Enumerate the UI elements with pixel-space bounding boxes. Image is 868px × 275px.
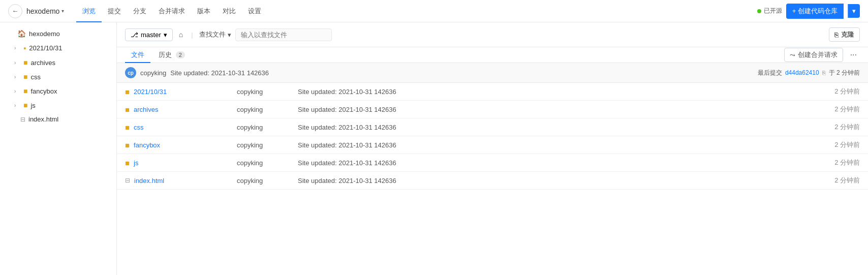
tab-history[interactable]: 历史 2 <box>152 47 191 63</box>
history-badge: 2 <box>176 51 185 58</box>
sidebar-label: js <box>30 102 35 109</box>
file-message: Site updated: 2021-10-31 142636 <box>290 83 714 101</box>
file-author: copyking <box>229 118 290 136</box>
tab-merge-requests[interactable]: 合并请求 <box>152 0 191 22</box>
sidebar-label: fancybox <box>30 87 57 95</box>
file-time: 2 分钟前 <box>714 118 868 136</box>
sidebar-label: css <box>30 73 41 81</box>
folder-icon: ■ <box>23 101 27 109</box>
file-name-cell[interactable]: ■ js <box>125 159 221 167</box>
file-table: ■ 2021/10/31 copyking Site updated: 2021… <box>117 83 868 190</box>
table-row: ■ css copyking Site updated: 2021-10-31 … <box>117 118 868 136</box>
file-name-cell[interactable]: ⊟ index.html <box>125 177 221 185</box>
folder-icon: ▪ <box>23 44 26 52</box>
file-message: Site updated: 2021-10-31 142636 <box>290 101 714 118</box>
sidebar-item-css[interactable]: › ■ css <box>0 70 116 84</box>
file-time: 2 分钟前 <box>714 83 868 101</box>
tab-compare[interactable]: 对比 <box>216 0 242 22</box>
home-icon: 🏠 <box>17 29 26 38</box>
folder-icon: ■ <box>125 141 130 149</box>
chevron-down-icon: ▾ <box>228 31 231 39</box>
tab-files-label: 文件 <box>131 51 144 58</box>
commit-hash-link[interactable]: d44da62410 <box>785 69 819 76</box>
file-icon: ⊟ <box>125 177 130 184</box>
last-commit-label: 最后提交 <box>758 69 782 77</box>
top-nav: ← hexodemo ▾ 浏览 提交 分支 合并请求 版本 对比 设置 已开源 … <box>0 0 868 22</box>
table-row: ■ archives copyking Site updated: 2021-1… <box>117 101 868 118</box>
repo-name[interactable]: hexodemo ▾ <box>26 7 64 15</box>
folder-icon: ■ <box>23 87 27 95</box>
create-repo-arrow-button[interactable]: ▾ <box>848 4 860 18</box>
clone-label: 克隆 <box>841 30 854 39</box>
merge-icon: ⤳ <box>790 51 795 59</box>
sidebar-label: index.html <box>28 115 58 123</box>
sidebar-item-fancybox[interactable]: › ■ fancybox <box>0 84 116 98</box>
table-row: ⊟ index.html copyking Site updated: 2021… <box>117 172 868 190</box>
tab-browse[interactable]: 浏览 <box>76 0 102 22</box>
table-row: ■ js copyking Site updated: 2021-10-31 1… <box>117 154 868 172</box>
chevron-icon: › <box>14 45 20 51</box>
create-repo-button[interactable]: + 创建代码仓库 <box>786 4 844 19</box>
tab-releases[interactable]: 版本 <box>191 0 216 22</box>
folder-icon: ■ <box>125 159 130 167</box>
clone-button[interactable]: ⎘ 克隆 <box>829 27 860 42</box>
file-name: index.html <box>134 177 164 185</box>
file-icon: ⊟ <box>20 116 25 123</box>
open-source-badge: 已开源 <box>757 7 782 15</box>
file-name-cell[interactable]: ■ archives <box>125 105 221 114</box>
folder-icon: ■ <box>125 105 130 114</box>
branch-icon: ⎇ <box>131 31 138 39</box>
sidebar-item-index[interactable]: ⊟ index.html <box>0 112 116 126</box>
sidebar-item-js[interactable]: › ■ js <box>0 98 116 112</box>
branch-label: master <box>141 31 161 39</box>
file-author: copyking <box>229 83 290 101</box>
file-actions: ⤳ 创建合并请求 ··· <box>784 48 860 62</box>
file-name-cell[interactable]: ■ css <box>125 123 221 132</box>
nav-right: 已开源 + 创建代码仓库 ▾ <box>757 4 860 19</box>
create-merge-request-button[interactable]: ⤳ 创建合并请求 <box>784 48 843 62</box>
folder-icon: ■ <box>125 123 130 132</box>
file-name: 2021/10/31 <box>134 88 167 96</box>
sidebar-label: archives <box>30 59 55 67</box>
file-name-cell[interactable]: ■ fancybox <box>125 141 221 149</box>
copy-hash-icon[interactable]: ⎘ <box>822 70 826 76</box>
home-button[interactable]: ⌂ <box>177 28 185 41</box>
table-row: ■ fancybox copyking Site updated: 2021-1… <box>117 136 868 154</box>
status-text: 已开源 <box>764 7 782 15</box>
sidebar-item-archives[interactable]: › ■ archives <box>0 55 116 70</box>
back-button[interactable]: ← <box>8 4 22 18</box>
repo-chevron-icon: ▾ <box>61 8 64 14</box>
table-row: ■ 2021/10/31 copyking Site updated: 2021… <box>117 83 868 101</box>
file-author: copyking <box>229 172 290 190</box>
merge-label: 创建合并请求 <box>798 50 838 59</box>
branch-selector[interactable]: ⎇ master ▾ <box>125 28 173 41</box>
nav-tabs: 浏览 提交 分支 合并请求 版本 对比 设置 <box>76 0 757 22</box>
file-name-cell[interactable]: ■ 2021/10/31 <box>125 87 221 96</box>
file-name: js <box>134 159 138 167</box>
branch-chevron-icon: ▾ <box>164 31 167 39</box>
find-file-button[interactable]: 查找文件 ▾ <box>199 30 231 39</box>
sidebar-item-2021[interactable]: › ▪ 2021/10/31 <box>0 41 116 55</box>
repo-toolbar: ⎇ master ▾ ⌂ | 查找文件 ▾ ⎘ 克隆 <box>117 22 868 47</box>
chevron-icon: › <box>14 88 20 94</box>
sidebar-root-label: hexodemo <box>29 30 60 38</box>
file-message: Site updated: 2021-10-31 142636 <box>290 118 714 136</box>
tab-settings[interactable]: 设置 <box>242 0 267 22</box>
tab-files[interactable]: 文件 <box>125 47 150 63</box>
file-time: 2 分钟前 <box>714 172 868 190</box>
folder-icon: ■ <box>23 58 27 67</box>
repo-name-label: hexodemo <box>26 7 59 15</box>
tab-history-label: 历史 <box>159 51 172 58</box>
commit-author: copyking <box>140 69 166 77</box>
find-file-label: 查找文件 <box>199 30 226 39</box>
sidebar-root-item[interactable]: 🏠 hexodemo <box>0 26 116 41</box>
file-time: 2 分钟前 <box>714 136 868 154</box>
search-file-input[interactable] <box>235 28 332 41</box>
sidebar-label: 2021/10/31 <box>29 44 62 52</box>
file-author: copyking <box>229 101 290 118</box>
more-options-button[interactable]: ··· <box>847 49 860 60</box>
file-message: Site updated: 2021-10-31 142636 <box>290 154 714 172</box>
file-author: copyking <box>229 154 290 172</box>
tab-commits[interactable]: 提交 <box>102 0 127 22</box>
tab-branches[interactable]: 分支 <box>127 0 152 22</box>
